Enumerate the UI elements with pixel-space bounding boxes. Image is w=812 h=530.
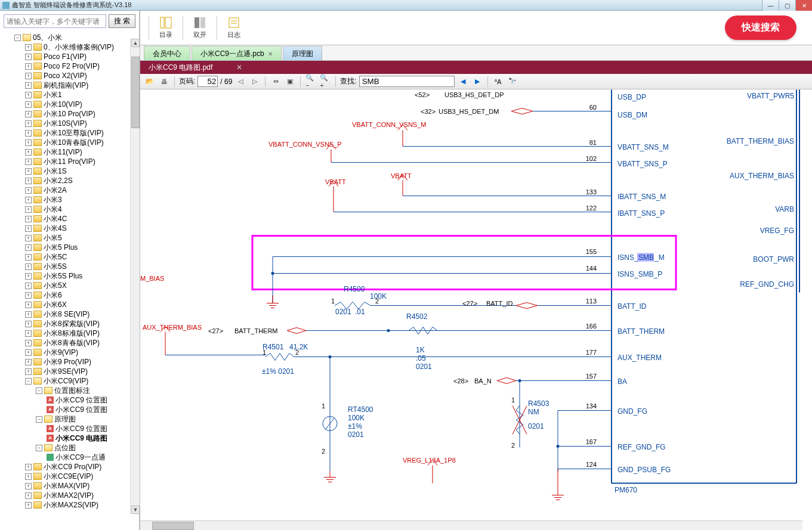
tree-item[interactable]: 小米10 Pro(VIP) [44, 109, 95, 119]
expand-icon[interactable]: + [25, 340, 32, 346]
tree-item[interactable]: 小米5 Plus [44, 243, 78, 252]
tree-item[interactable]: 刷机指南(VIP) [44, 80, 88, 90]
tab-schematic[interactable]: 原理图 [283, 46, 322, 60]
expand-icon[interactable]: + [25, 120, 32, 127]
schematic-canvas[interactable]: PM670 <52> USB3_HS_DET_DP <32> USB3_HS_D… [140, 89, 812, 530]
find-next-icon[interactable]: ▶ [471, 76, 483, 88]
tree-item[interactable]: 小米10S(VIP) [44, 119, 87, 128]
expand-icon[interactable]: + [25, 254, 32, 261]
expand-icon[interactable]: + [25, 82, 32, 89]
tree-item[interactable]: Poco F2 Pro(VIP) [44, 61, 100, 71]
scroll-down-icon[interactable]: ▼ [131, 506, 140, 514]
expand-icon[interactable]: + [25, 101, 32, 108]
expand-icon[interactable]: + [25, 206, 32, 213]
tree-item[interactable]: 点位图 [54, 443, 76, 452]
model-tree[interactable]: −05、小米 +0、小米维修案例(VIP)+Poco F1(VIP)+Poco … [0, 32, 139, 511]
tree-item[interactable]: 小米5X [44, 281, 67, 290]
sidebar-scrollbar[interactable]: ▲ ▼ [130, 39, 140, 514]
close-button[interactable]: ✕ [795, 0, 812, 11]
expand-icon[interactable]: + [25, 225, 32, 232]
match-case-icon[interactable]: ªA [492, 76, 504, 88]
open-icon[interactable]: 📂 [144, 76, 156, 88]
maximize-button[interactable]: ▢ [779, 0, 795, 11]
expand-icon[interactable]: + [25, 168, 32, 175]
tree-item[interactable]: 小米4 [44, 204, 62, 214]
tab-pcb[interactable]: 小米CC9一点通.pcb✕ [192, 46, 282, 60]
sidebar-search-input[interactable] [4, 14, 106, 28]
tree-leaf[interactable]: 小米CC9 位置图 [55, 395, 107, 405]
expand-icon[interactable]: + [25, 44, 32, 51]
expand-icon[interactable]: + [25, 473, 32, 480]
tree-item[interactable]: 小米MAX2S(VIP) [44, 500, 98, 510]
tree-item[interactable]: 小米8 SE(VIP) [44, 309, 89, 319]
tree-item[interactable]: 小米2,2S [44, 176, 73, 185]
tree-item[interactable]: 小米1 [44, 90, 62, 100]
expand-icon[interactable]: − [36, 416, 42, 423]
expand-icon[interactable]: + [25, 273, 32, 280]
scrollbar-thumb[interactable] [152, 522, 194, 530]
tree-item[interactable]: 小米4C [44, 214, 67, 224]
tree-item[interactable]: 0、小米维修案例(VIP) [44, 42, 114, 52]
tree-item[interactable]: 小米10至尊版(VIP) [44, 128, 104, 138]
find-input[interactable] [359, 76, 455, 87]
expand-icon[interactable]: + [25, 54, 32, 60]
tree-item[interactable]: 小米9SE(VIP) [44, 367, 88, 376]
fit-width-icon[interactable]: ⇔ [270, 76, 282, 88]
scroll-up-icon[interactable]: ▲ [131, 39, 140, 47]
tree-item[interactable]: 小米CC9 Pro(VIP) [44, 462, 101, 472]
pdf-tab[interactable]: 小米CC9 电路图.pdf✕ [143, 61, 248, 75]
expand-icon[interactable]: + [25, 502, 32, 509]
tree-item[interactable]: 小米5S Plus [44, 271, 82, 281]
binoculars-icon[interactable]: 🔭 [507, 76, 518, 88]
expand-icon[interactable]: + [25, 63, 32, 70]
expand-icon[interactable]: + [25, 73, 32, 79]
tree-leaf[interactable]: 小米CC9 位置图 [55, 405, 107, 414]
page-input[interactable] [197, 76, 218, 87]
fit-page-icon[interactable]: ▣ [284, 76, 296, 88]
tree-item[interactable]: 小米11 Pro(VIP) [44, 157, 95, 166]
tree-item[interactable]: 小米CC9(VIP) [44, 376, 88, 386]
tree-item[interactable]: 小米9(VIP) [44, 348, 78, 357]
tree-item[interactable]: 小米10(VIP) [44, 100, 82, 109]
tree-item[interactable]: 小米6X [44, 300, 67, 309]
tree-item[interactable]: 小米5C [44, 252, 67, 262]
tree-item[interactable]: 小米5S [44, 262, 67, 271]
expand-icon[interactable]: + [25, 149, 32, 156]
tree-leaf[interactable]: 小米CC9 位置图 [55, 424, 107, 433]
tree-root[interactable]: 05、小米 [33, 33, 62, 42]
tree-item[interactable]: 小米8标准版(VIP) [44, 328, 100, 338]
tree-item[interactable]: 小米3 [44, 195, 62, 204]
expand-icon[interactable]: + [25, 464, 32, 470]
tree-item[interactable]: 小米9 Pro(VIP) [44, 357, 91, 367]
expand-icon[interactable]: − [14, 35, 21, 41]
sidebar-search-button[interactable]: 搜 索 [109, 14, 135, 28]
zoom-out-icon[interactable]: 🔍− [305, 76, 317, 88]
quick-search-button[interactable]: 快速搜索 [725, 16, 796, 40]
expand-icon[interactable]: + [25, 197, 32, 203]
tree-item[interactable]: Poco F1(VIP) [44, 52, 87, 61]
tree-item[interactable]: 小米1S [44, 166, 67, 176]
catalog-button[interactable]: 目录 [153, 16, 179, 39]
tree-item[interactable]: 小米MAX(VIP) [44, 481, 89, 491]
expand-icon[interactable]: + [25, 302, 32, 308]
expand-icon[interactable]: + [25, 235, 32, 241]
tree-item[interactable]: Poco X2(VIP) [44, 71, 87, 80]
expand-icon[interactable]: + [25, 111, 32, 117]
tree-item[interactable]: 原理图 [54, 414, 76, 424]
expand-icon[interactable]: + [25, 321, 32, 327]
tree-item[interactable]: 小米6 [44, 290, 62, 300]
tree-item[interactable]: 小米10青春版(VIP) [44, 138, 104, 147]
tree-item[interactable]: 位置图标注 [54, 386, 90, 395]
tree-item[interactable]: 小米2A [44, 185, 67, 195]
expand-icon[interactable]: + [25, 349, 32, 356]
split-button[interactable]: 双开 [187, 16, 213, 39]
expand-icon[interactable]: + [25, 492, 32, 499]
expand-icon[interactable]: + [25, 178, 32, 184]
close-icon[interactable]: ✕ [268, 51, 273, 57]
expand-icon[interactable]: + [25, 330, 32, 337]
tree-leaf[interactable]: 小米CC9一点通 [55, 452, 106, 462]
prev-page-icon[interactable]: ◁ [234, 76, 246, 88]
tree-item[interactable]: 小米MAX2(VIP) [44, 491, 94, 500]
expand-icon[interactable]: + [25, 140, 32, 146]
tree-item[interactable]: 小米CC9E(VIP) [44, 472, 93, 481]
